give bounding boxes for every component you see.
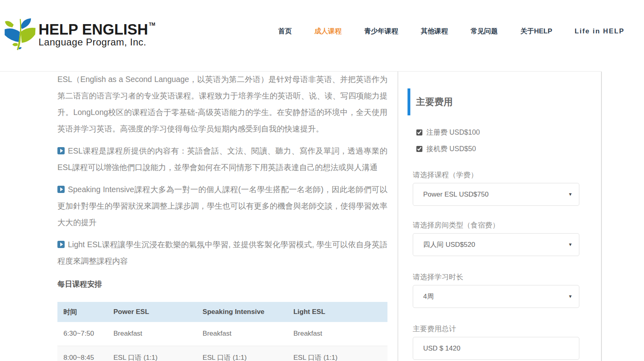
site-header: HELP ENGLISH TM Language Program, Inc. 首… xyxy=(0,0,644,62)
intro-paragraph: ESL（English as a Second Language，以英语为第二外… xyxy=(57,71,387,137)
total-fee-value: USD $ 1420 xyxy=(413,337,579,360)
col-header-light-esl: Light ESL xyxy=(293,302,387,322)
table-row: 8:00~8:45 ESL 口语 (1:1) ESL 口语 (1:1) ESL … xyxy=(57,346,387,361)
chevron-down-icon: ▼ xyxy=(568,183,573,205)
logo-title: HELP ENGLISH xyxy=(39,23,148,37)
bullet-esl: ESL课程是課程所提供的内容有：英語會話、文法、閱讀、聽力、寫作及單詞，透過專業… xyxy=(57,143,387,176)
registration-fee-checkbox[interactable] xyxy=(416,129,422,135)
play-icon xyxy=(57,186,65,193)
play-icon xyxy=(57,147,65,154)
registration-fee-row: 注册费 USD$100 xyxy=(416,127,579,137)
column-divider xyxy=(397,72,398,361)
sidebar-title: 主要费用 xyxy=(410,96,453,108)
room-type-select-label: 请选择房间类型（食宿费） xyxy=(413,220,579,230)
page: HELP ENGLISH TM Language Program, Inc. 首… xyxy=(0,0,644,361)
total-fee-label: 主要费用总计 xyxy=(413,324,579,334)
fee-calculator-sidebar: 主要费用 注册费 USD$100 接机费 USD$50 请选择课程（学费） Po… xyxy=(408,71,579,360)
col-header-power-esl: Power ESL xyxy=(114,302,203,322)
schedule-heading: 每日课程安排 xyxy=(57,279,387,289)
logo-subtitle: Language Program, Inc. xyxy=(39,37,155,47)
nav-item-other-courses[interactable]: 其他课程 xyxy=(421,27,448,36)
nav-item-adult-courses[interactable]: 成人课程 xyxy=(314,27,342,36)
logo[interactable]: HELP ENGLISH TM Language Program, Inc. xyxy=(4,17,155,51)
nav-item-about-help[interactable]: 关于HELP xyxy=(520,27,552,36)
col-header-time: 时间 xyxy=(57,302,114,322)
duration-select-label: 请选择学习时长 xyxy=(413,272,579,282)
course-description-article: ESL（English as a Second Language，以英语为第二外… xyxy=(57,71,387,361)
container-right-edge xyxy=(601,72,602,361)
duration-select[interactable]: 4周 ▼ xyxy=(413,285,579,308)
logo-book-plant-icon xyxy=(4,17,36,51)
table-header-row: 时间 Power ESL Speaking Intensive Light ES… xyxy=(57,302,387,322)
col-header-speaking-intensive: Speaking Intensive xyxy=(203,302,293,322)
room-type-select[interactable]: 四人间 USD$520 ▼ xyxy=(413,233,579,256)
table-row: 6:30~7:50 Breakfast Breakfast Breakfast xyxy=(57,322,387,346)
chevron-down-icon: ▼ xyxy=(568,234,573,256)
main-nav: 首页 成人课程 青少年课程 其他课程 常见问题 关于HELP Life in H… xyxy=(278,0,624,62)
pickup-fee-label: 接机费 USD$50 xyxy=(426,144,476,154)
pickup-fee-row: 接机费 USD$50 xyxy=(416,144,579,154)
bullet-speaking-intensive: Speaking Intensive課程大多為一對一的個人課程(一名學生搭配一名… xyxy=(57,181,387,231)
nav-item-faq[interactable]: 常见问题 xyxy=(471,27,498,36)
nav-item-home[interactable]: 首页 xyxy=(278,27,292,36)
nav-item-teen-courses[interactable]: 青少年课程 xyxy=(364,27,398,36)
accent-bar xyxy=(408,88,410,115)
pickup-fee-checkbox[interactable] xyxy=(416,146,422,152)
daily-schedule-table: 时间 Power ESL Speaking Intensive Light ES… xyxy=(57,302,387,361)
nav-item-life-in-help[interactable]: Life in HELP xyxy=(575,27,624,35)
fee-checkbox-group: 注册费 USD$100 接机费 USD$50 xyxy=(416,127,579,154)
chevron-down-icon: ▼ xyxy=(568,285,573,308)
registration-fee-label: 注册费 USD$100 xyxy=(426,127,480,137)
bullet-light-esl: Light ESL课程讓學生沉浸在歡樂的氣氛中學習, 並提供客製化學習模式, 學… xyxy=(57,236,387,269)
play-icon xyxy=(57,241,65,248)
course-select-label: 请选择课程（学费） xyxy=(413,170,579,180)
logo-trademark: TM xyxy=(149,22,155,27)
course-select[interactable]: Power ESL USD$750 ▼ xyxy=(413,183,579,206)
